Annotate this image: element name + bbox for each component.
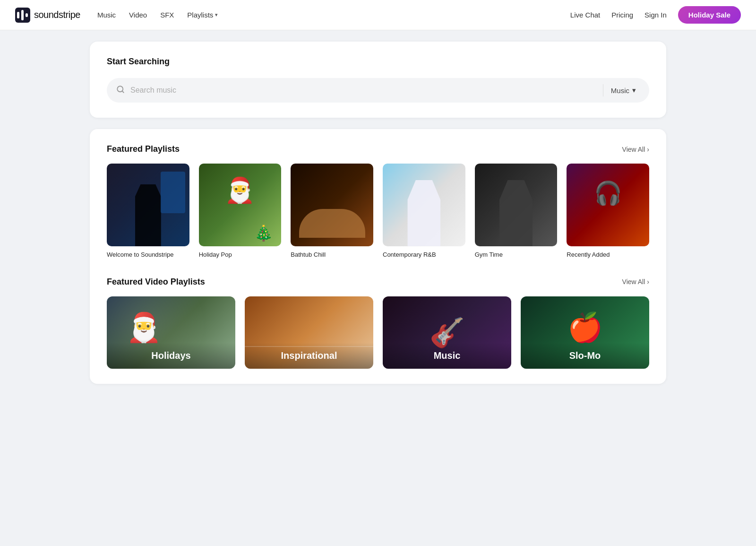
search-bar: Music ▾ <box>107 78 649 103</box>
playlist-thumb-welcome <box>107 164 189 246</box>
video-item-music[interactable]: Music <box>383 296 511 369</box>
nav-pricing[interactable]: Pricing <box>611 11 633 19</box>
search-card: Start Searching Music ▾ <box>90 42 666 118</box>
featured-playlists-card: Featured Playlists View All › Welcome to… <box>90 129 666 384</box>
featured-video-playlists-title: Featured Video Playlists <box>107 277 205 287</box>
featured-video-playlists-view-all[interactable]: View All › <box>622 278 649 286</box>
playlist-label-welcome: Welcome to Soundstripe <box>107 251 189 258</box>
video-label-slo-mo: Slo-Mo <box>521 343 649 369</box>
main-content: Start Searching Music ▾ Featured Playlis… <box>80 30 676 414</box>
video-item-inspirational[interactable]: Inspirational <box>245 296 373 369</box>
playlist-item-bathtub-chill[interactable]: Bathtub Chill <box>291 164 373 258</box>
playlist-thumb-holiday-pop <box>199 164 282 246</box>
video-label-holidays: Holidays <box>107 343 235 369</box>
video-label-inspirational: Inspirational <box>245 343 373 369</box>
featured-playlists-grid: Welcome to Soundstripe Holiday Pop Batht… <box>107 164 649 258</box>
playlist-thumb-contemporary-rnb <box>383 164 465 246</box>
playlist-item-gym-time[interactable]: Gym Time <box>475 164 558 258</box>
featured-video-playlists-header: Featured Video Playlists View All › <box>107 277 649 287</box>
playlist-label-contemporary-rnb: Contemporary R&B <box>383 251 465 258</box>
svg-rect-1 <box>17 12 19 18</box>
nav-video[interactable]: Video <box>129 11 147 19</box>
featured-video-playlists-grid: Holidays Inspirational Music <box>107 296 649 369</box>
search-title: Start Searching <box>107 57 649 67</box>
playlist-item-welcome[interactable]: Welcome to Soundstripe <box>107 164 189 258</box>
nav-sign-in[interactable]: Sign In <box>644 11 667 19</box>
nav-live-chat[interactable]: Live Chat <box>570 11 600 19</box>
playlist-item-holiday-pop[interactable]: Holiday Pop <box>199 164 282 258</box>
search-type-dropdown[interactable]: Music ▾ <box>603 84 640 96</box>
svg-rect-2 <box>21 10 24 20</box>
chevron-down-icon: ▾ <box>215 12 218 18</box>
playlist-label-recently-added: Recently Added <box>567 251 649 258</box>
nav-links: Music Video SFX Playlists ▾ <box>97 11 570 19</box>
logo-text: soundstripe <box>34 9 80 20</box>
nav-music[interactable]: Music <box>97 11 116 19</box>
playlist-label-gym-time: Gym Time <box>475 251 558 258</box>
playlist-thumb-gym-time <box>475 164 558 246</box>
featured-playlists-title: Featured Playlists <box>107 144 180 154</box>
nav-playlists[interactable]: Playlists ▾ <box>187 11 218 19</box>
featured-playlists-header: Featured Playlists View All › <box>107 144 649 154</box>
video-item-slo-mo[interactable]: Slo-Mo <box>521 296 649 369</box>
svg-rect-3 <box>26 13 28 17</box>
featured-playlists-view-all[interactable]: View All › <box>622 146 649 153</box>
playlist-item-contemporary-rnb[interactable]: Contemporary R&B <box>383 164 465 258</box>
search-icon <box>116 85 125 96</box>
chevron-right-icon: › <box>647 278 649 286</box>
logo[interactable]: soundstripe <box>15 8 80 23</box>
playlist-thumb-recently-added <box>567 164 649 246</box>
chevron-down-icon: ▾ <box>632 86 636 95</box>
svg-line-5 <box>122 91 123 92</box>
nav-sfx[interactable]: SFX <box>160 11 174 19</box>
video-item-holidays[interactable]: Holidays <box>107 296 235 369</box>
chevron-right-icon: › <box>647 146 649 153</box>
video-label-music: Music <box>383 343 511 369</box>
playlist-item-recently-added[interactable]: Recently Added <box>567 164 649 258</box>
playlist-thumb-bathtub-chill <box>291 164 373 246</box>
playlist-label-bathtub-chill: Bathtub Chill <box>291 251 373 258</box>
search-input[interactable] <box>130 86 595 95</box>
nav-right: Live Chat Pricing Sign In Holiday Sale <box>570 6 741 24</box>
playlist-label-holiday-pop: Holiday Pop <box>199 251 282 258</box>
holiday-sale-button[interactable]: Holiday Sale <box>678 6 741 24</box>
navbar: soundstripe Music Video SFX Playlists ▾ … <box>0 0 756 30</box>
